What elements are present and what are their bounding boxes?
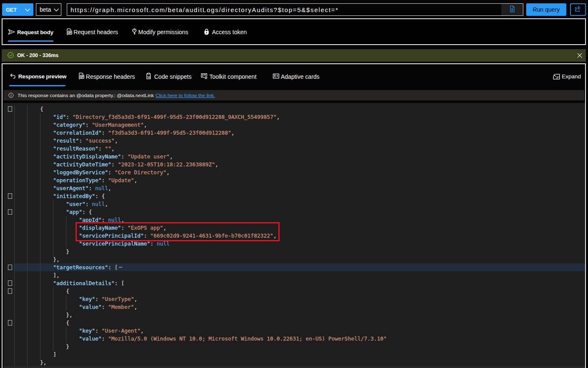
code-token: , [134, 296, 137, 302]
code-token: "activityDisplayName" [53, 153, 121, 160]
expand-icon [553, 74, 560, 80]
tab-response-preview[interactable]: Response preview [9, 71, 66, 82]
code-text: "result": "success", [14, 137, 118, 145]
code-line: "result": "success", [3, 137, 585, 145]
code-token: "initiatedBy" [53, 193, 95, 199]
code-token: : [102, 177, 109, 183]
code-line: "operationType": "Update", [3, 176, 585, 184]
code-token: , [134, 304, 137, 310]
json-response-editor[interactable]: { "id": "Directory_f3d5a3d3-6f91-499f-95… [3, 103, 585, 368]
code-token: "loggedByService" [53, 169, 108, 175]
code-token: "Mozilla/5.0 (Windows NT 10.0; Microsoft… [108, 335, 386, 342]
odata-next-link[interactable]: Click here to follow the link. [156, 93, 215, 98]
fold-marker[interactable] [8, 288, 12, 294]
run-query-button[interactable]: Run query [526, 3, 566, 16]
code-line: } [3, 343, 585, 350]
code-token: : [66, 114, 73, 120]
code-line: "initiatedBy": { [3, 192, 585, 200]
url-bar [67, 3, 523, 16]
banner-text: This response contains an @odata propert… [18, 93, 154, 98]
fold-marker[interactable] [8, 320, 12, 325]
code-token: "value" [79, 304, 101, 310]
horizontal-scrollbar[interactable] [3, 366, 585, 368]
code-line: "userAgent": null, [3, 184, 585, 192]
fold-marker[interactable] [8, 280, 12, 286]
code-text: "resultReason": "", [14, 145, 115, 153]
code-token: , [141, 328, 144, 334]
code-token: { [40, 106, 43, 112]
request-body-editor-button[interactable] [501, 4, 523, 15]
request-tabs: Request bodyRequest headersModify permis… [2, 18, 586, 45]
tab-access-token[interactable]: Access token [203, 19, 247, 45]
code-token: "Update" [108, 177, 134, 183]
tab-request-headers[interactable]: Request headers [66, 19, 118, 45]
method-select[interactable]: GET [2, 3, 33, 16]
code-line: "value": "Mozilla/5.0 (Windows NT 10.0; … [3, 335, 585, 343]
indent-spaces [14, 193, 53, 199]
code-text: "category": "UserManagement", [14, 121, 147, 129]
tab-toolkit-component[interactable]: Toolkit component [201, 71, 256, 82]
document-header-icon [78, 73, 85, 80]
tab-label: Response preview [18, 73, 66, 80]
code-line: "additionalDetails": [ [3, 279, 585, 287]
code-text: "loggedByService": "Core Directory", [14, 168, 170, 176]
code-token: "User-Agent" [102, 328, 141, 334]
folded-region-indicator[interactable]: ⋯ [119, 263, 122, 271]
code-token: "Member" [108, 304, 134, 310]
code-text: "id": "Directory_f3d5a3d3-6f91-499f-95d5… [14, 113, 280, 121]
tab-label: Access token [212, 29, 247, 35]
code-token: : [89, 185, 96, 191]
close-icon[interactable] [577, 53, 583, 58]
code-line: "app": { [3, 208, 585, 216]
tab-adaptive-cards[interactable]: Adaptive cards [273, 71, 320, 82]
code-text: "additionalDetails": [ [14, 279, 124, 287]
code-line: ] [3, 350, 585, 358]
indent-spaces [14, 280, 53, 286]
code-token: } [66, 343, 69, 350]
tab-label: Request body [17, 29, 53, 35]
document-header-icon [66, 28, 73, 35]
code-token: "targetResources" [53, 264, 108, 270]
tab-response-headers[interactable]: Response headers [78, 71, 135, 82]
code-line: ], [3, 271, 585, 279]
code-token: : [121, 153, 128, 160]
code-text: "app": { [14, 208, 92, 216]
code-text: "value": "Member", [14, 303, 137, 311]
code-token: }, [66, 312, 73, 318]
indent-spaces [14, 114, 53, 120]
code-token: : [79, 138, 86, 144]
tab-label: Request headers [73, 29, 118, 35]
share-query-button[interactable] [570, 3, 586, 16]
code-line: "value": "Member", [3, 303, 585, 311]
code-token: "key" [79, 328, 95, 334]
expand-button[interactable]: Expand [553, 71, 581, 82]
fold-marker[interactable] [8, 265, 12, 270]
code-token: }, [40, 359, 47, 365]
code-text: "key": "User-Agent", [14, 327, 144, 335]
code-text: ] [14, 350, 56, 358]
tab-modify-permissions[interactable]: Modify permissions [131, 19, 188, 45]
code-text: "targetResources": [⋯ [14, 263, 122, 271]
indent-spaces [14, 304, 79, 310]
code-token: : [108, 264, 115, 270]
url-input[interactable] [67, 4, 501, 15]
version-select[interactable]: beta [36, 3, 61, 16]
indent-spaces [14, 335, 79, 342]
indent-spaces [14, 343, 66, 350]
version-label: beta [40, 6, 51, 13]
tab-code-snippets[interactable]: Code snippets [145, 71, 192, 82]
indent-spaces [14, 288, 66, 294]
code-token: "value" [79, 335, 101, 342]
code-token: : [98, 145, 105, 152]
expand-label: Expand [562, 73, 581, 80]
code-token: "" [105, 145, 111, 152]
fold-marker[interactable] [8, 209, 12, 215]
code-token: "userAgent" [53, 185, 88, 191]
fold-marker[interactable] [8, 106, 12, 112]
active-tab-underline [8, 40, 53, 42]
indent-spaces [14, 209, 66, 215]
fold-marker[interactable] [8, 193, 12, 199]
indent-spaces [14, 240, 79, 247]
response-status-bar: OK - 200 - 336ms [2, 49, 586, 62]
code-token: , [105, 201, 108, 207]
